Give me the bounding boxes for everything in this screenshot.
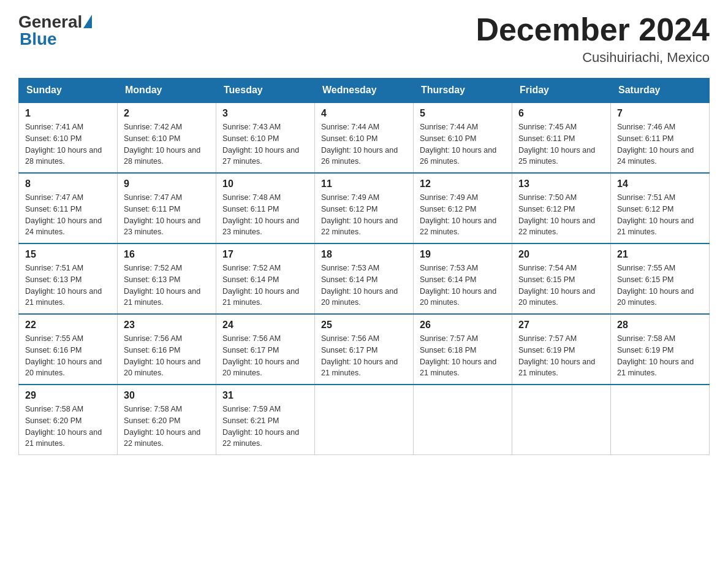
day-number: 11: [321, 178, 407, 190]
calendar-cell: 9 Sunrise: 7:47 AM Sunset: 6:11 PM Dayli…: [118, 173, 216, 243]
calendar-cell: 7 Sunrise: 7:46 AM Sunset: 6:11 PM Dayli…: [611, 102, 710, 173]
logo: General Blue: [18, 12, 92, 49]
day-info: Sunrise: 7:49 AM Sunset: 6:12 PM Dayligh…: [420, 192, 506, 238]
day-number: 3: [222, 108, 308, 119]
day-number: 8: [25, 178, 111, 190]
day-number: 20: [518, 249, 604, 260]
calendar-cell: 29 Sunrise: 7:58 AM Sunset: 6:20 PM Dayl…: [19, 385, 118, 455]
calendar-cell: 5 Sunrise: 7:44 AM Sunset: 6:10 PM Dayli…: [414, 102, 512, 173]
day-info: Sunrise: 7:58 AM Sunset: 6:20 PM Dayligh…: [25, 404, 111, 450]
weekday-header-monday: Monday: [118, 79, 216, 103]
day-info: Sunrise: 7:54 AM Sunset: 6:15 PM Dayligh…: [518, 262, 604, 308]
day-info: Sunrise: 7:53 AM Sunset: 6:14 PM Dayligh…: [420, 262, 506, 308]
day-info: Sunrise: 7:58 AM Sunset: 6:20 PM Dayligh…: [124, 404, 210, 450]
weekday-header-wednesday: Wednesday: [315, 79, 414, 103]
calendar-cell: 12 Sunrise: 7:49 AM Sunset: 6:12 PM Dayl…: [414, 173, 512, 243]
day-info: Sunrise: 7:41 AM Sunset: 6:10 PM Dayligh…: [25, 121, 111, 167]
week-row-2: 8 Sunrise: 7:47 AM Sunset: 6:11 PM Dayli…: [19, 173, 710, 243]
calendar-cell: 15 Sunrise: 7:51 AM Sunset: 6:13 PM Dayl…: [19, 243, 118, 314]
day-number: 26: [420, 320, 506, 331]
day-info: Sunrise: 7:57 AM Sunset: 6:19 PM Dayligh…: [518, 333, 604, 379]
day-info: Sunrise: 7:58 AM Sunset: 6:19 PM Dayligh…: [617, 333, 703, 379]
calendar-cell: 24 Sunrise: 7:56 AM Sunset: 6:17 PM Dayl…: [216, 314, 315, 385]
calendar-cell: 27 Sunrise: 7:57 AM Sunset: 6:19 PM Dayl…: [512, 314, 611, 385]
weekday-header-saturday: Saturday: [611, 79, 710, 103]
day-info: Sunrise: 7:52 AM Sunset: 6:13 PM Dayligh…: [124, 262, 210, 308]
calendar-cell: 31 Sunrise: 7:59 AM Sunset: 6:21 PM Dayl…: [216, 385, 315, 455]
calendar-cell: 8 Sunrise: 7:47 AM Sunset: 6:11 PM Dayli…: [19, 173, 118, 243]
calendar-cell: [512, 385, 611, 455]
month-title: December 2024: [476, 12, 710, 47]
logo-blue-text: Blue: [20, 29, 57, 49]
day-number: 30: [124, 390, 210, 401]
calendar-cell: 14 Sunrise: 7:51 AM Sunset: 6:12 PM Dayl…: [611, 173, 710, 243]
day-info: Sunrise: 7:52 AM Sunset: 6:14 PM Dayligh…: [222, 262, 308, 308]
day-number: 2: [124, 108, 210, 119]
day-info: Sunrise: 7:47 AM Sunset: 6:11 PM Dayligh…: [124, 192, 210, 238]
calendar-cell: 13 Sunrise: 7:50 AM Sunset: 6:12 PM Dayl…: [512, 173, 611, 243]
calendar-cell: 1 Sunrise: 7:41 AM Sunset: 6:10 PM Dayli…: [19, 102, 118, 173]
day-number: 22: [25, 320, 111, 331]
day-info: Sunrise: 7:55 AM Sunset: 6:15 PM Dayligh…: [617, 262, 703, 308]
day-number: 6: [518, 108, 604, 119]
calendar-cell: 11 Sunrise: 7:49 AM Sunset: 6:12 PM Dayl…: [315, 173, 414, 243]
day-info: Sunrise: 7:42 AM Sunset: 6:10 PM Dayligh…: [124, 121, 210, 167]
calendar-cell: 19 Sunrise: 7:53 AM Sunset: 6:14 PM Dayl…: [414, 243, 512, 314]
calendar-cell: 2 Sunrise: 7:42 AM Sunset: 6:10 PM Dayli…: [118, 102, 216, 173]
location-text: Cusihuiriachi, Mexico: [476, 50, 710, 66]
calendar-cell: 20 Sunrise: 7:54 AM Sunset: 6:15 PM Dayl…: [512, 243, 611, 314]
calendar-cell: 18 Sunrise: 7:53 AM Sunset: 6:14 PM Dayl…: [315, 243, 414, 314]
day-number: 13: [518, 178, 604, 190]
day-number: 27: [518, 320, 604, 331]
calendar-cell: 17 Sunrise: 7:52 AM Sunset: 6:14 PM Dayl…: [216, 243, 315, 314]
day-info: Sunrise: 7:56 AM Sunset: 6:16 PM Dayligh…: [124, 333, 210, 379]
day-info: Sunrise: 7:50 AM Sunset: 6:12 PM Dayligh…: [518, 192, 604, 238]
week-row-4: 22 Sunrise: 7:55 AM Sunset: 6:16 PM Dayl…: [19, 314, 710, 385]
day-number: 4: [321, 108, 407, 119]
day-number: 23: [124, 320, 210, 331]
page-header: General Blue December 2024 Cusihuiriachi…: [18, 12, 710, 66]
day-info: Sunrise: 7:53 AM Sunset: 6:14 PM Dayligh…: [321, 262, 407, 308]
day-info: Sunrise: 7:55 AM Sunset: 6:16 PM Dayligh…: [25, 333, 111, 379]
day-info: Sunrise: 7:57 AM Sunset: 6:18 PM Dayligh…: [420, 333, 506, 379]
calendar-cell: 23 Sunrise: 7:56 AM Sunset: 6:16 PM Dayl…: [118, 314, 216, 385]
day-number: 24: [222, 320, 308, 331]
day-number: 17: [222, 249, 308, 260]
day-info: Sunrise: 7:56 AM Sunset: 6:17 PM Dayligh…: [321, 333, 407, 379]
day-info: Sunrise: 7:56 AM Sunset: 6:17 PM Dayligh…: [222, 333, 308, 379]
day-number: 25: [321, 320, 407, 331]
day-number: 16: [124, 249, 210, 260]
calendar-cell: 10 Sunrise: 7:48 AM Sunset: 6:11 PM Dayl…: [216, 173, 315, 243]
weekday-header-thursday: Thursday: [414, 79, 512, 103]
day-info: Sunrise: 7:48 AM Sunset: 6:11 PM Dayligh…: [222, 192, 308, 238]
day-info: Sunrise: 7:44 AM Sunset: 6:10 PM Dayligh…: [321, 121, 407, 167]
day-info: Sunrise: 7:51 AM Sunset: 6:12 PM Dayligh…: [617, 192, 703, 238]
day-number: 5: [420, 108, 506, 119]
day-info: Sunrise: 7:51 AM Sunset: 6:13 PM Dayligh…: [25, 262, 111, 308]
calendar-cell: 16 Sunrise: 7:52 AM Sunset: 6:13 PM Dayl…: [118, 243, 216, 314]
calendar-cell: 21 Sunrise: 7:55 AM Sunset: 6:15 PM Dayl…: [611, 243, 710, 314]
day-number: 21: [617, 249, 703, 260]
day-number: 28: [617, 320, 703, 331]
day-number: 19: [420, 249, 506, 260]
title-section: December 2024 Cusihuiriachi, Mexico: [476, 12, 710, 66]
calendar-cell: [414, 385, 512, 455]
day-number: 14: [617, 178, 703, 190]
day-number: 9: [124, 178, 210, 190]
calendar-cell: 30 Sunrise: 7:58 AM Sunset: 6:20 PM Dayl…: [118, 385, 216, 455]
week-row-3: 15 Sunrise: 7:51 AM Sunset: 6:13 PM Dayl…: [19, 243, 710, 314]
day-number: 1: [25, 108, 111, 119]
weekday-header-friday: Friday: [512, 79, 611, 103]
day-info: Sunrise: 7:49 AM Sunset: 6:12 PM Dayligh…: [321, 192, 407, 238]
day-number: 18: [321, 249, 407, 260]
day-number: 10: [222, 178, 308, 190]
weekday-header-sunday: Sunday: [19, 79, 118, 103]
day-info: Sunrise: 7:45 AM Sunset: 6:11 PM Dayligh…: [518, 121, 604, 167]
day-info: Sunrise: 7:59 AM Sunset: 6:21 PM Dayligh…: [222, 404, 308, 450]
day-number: 31: [222, 390, 308, 401]
day-number: 29: [25, 390, 111, 401]
weekday-header-row: SundayMondayTuesdayWednesdayThursdayFrid…: [19, 79, 710, 103]
day-number: 7: [617, 108, 703, 119]
calendar-cell: 22 Sunrise: 7:55 AM Sunset: 6:16 PM Dayl…: [19, 314, 118, 385]
calendar-cell: 26 Sunrise: 7:57 AM Sunset: 6:18 PM Dayl…: [414, 314, 512, 385]
